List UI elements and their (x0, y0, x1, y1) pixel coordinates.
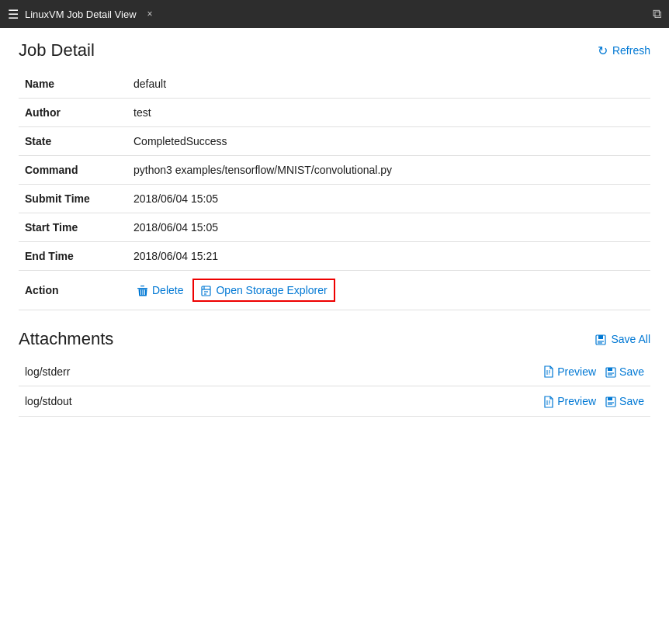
attachments-header: Attachments Save All (19, 329, 650, 349)
close-icon[interactable]: × (147, 9, 153, 19)
attachment-row-stdout: log/stdout (19, 386, 650, 416)
field-value-action: Delete (127, 271, 650, 310)
svg-rect-1 (140, 286, 144, 286)
field-value-state: CompletedSuccess (127, 127, 650, 156)
job-detail-header: Job Detail ↻ Refresh (19, 40, 650, 61)
storage-icon (200, 283, 212, 297)
field-value-submit-time: 2018/06/04 15:05 (127, 185, 650, 213)
preview-stderr-button[interactable]: Preview (543, 365, 596, 378)
field-label-end-time: End Time (19, 242, 127, 271)
action-cell: Delete (133, 279, 644, 302)
svg-rect-0 (137, 288, 147, 289)
field-label-state: State (19, 127, 127, 156)
field-label-command: Command (19, 156, 127, 185)
hamburger-icon[interactable]: ☰ (8, 7, 19, 22)
refresh-button[interactable]: ↻ Refresh (598, 43, 650, 58)
preview-stderr-label: Preview (557, 365, 596, 378)
field-label-submit-time: Submit Time (19, 185, 127, 213)
trash-icon (137, 283, 148, 297)
save-all-icon (594, 332, 607, 345)
attachment-name-stdout: log/stdout (19, 386, 237, 416)
table-row: Author test (19, 99, 650, 127)
save-icon (605, 395, 616, 407)
table-row: State CompletedSuccess (19, 127, 650, 156)
preview-stdout-label: Preview (557, 395, 596, 407)
field-label-name: Name (19, 70, 127, 99)
attachment-actions-stdout: Preview (237, 386, 650, 416)
field-label-action: Action (19, 271, 127, 310)
save-stderr-button[interactable]: Save (605, 365, 644, 378)
refresh-label: Refresh (612, 44, 650, 57)
attachment-table: log/stderr (19, 357, 650, 417)
delete-button[interactable]: Delete (133, 282, 186, 299)
preview-icon (543, 394, 554, 407)
save-all-label: Save All (611, 333, 650, 345)
job-detail-title: Job Detail (19, 40, 95, 61)
field-label-author: Author (19, 99, 127, 127)
window-title: LinuxVM Job Detail View (25, 9, 137, 20)
detail-table: Name default Author test State Completed… (19, 70, 650, 310)
field-value-command: python3 examples/tensorflow/MNIST/convol… (127, 156, 650, 185)
save-stderr-label: Save (619, 365, 644, 378)
save-stdout-label: Save (619, 395, 644, 407)
field-label-start-time: Start Time (19, 213, 127, 242)
attach-actions: Preview (243, 394, 644, 407)
table-row: End Time 2018/06/04 15:21 (19, 242, 650, 271)
open-storage-explorer-button[interactable]: Open Storage Explorer (192, 279, 334, 302)
attach-actions: Preview (243, 365, 644, 378)
refresh-icon: ↻ (598, 43, 608, 58)
field-value-start-time: 2018/06/04 15:05 (127, 213, 650, 242)
preview-icon (543, 365, 554, 378)
title-bar-left: ☰ LinuxVM Job Detail View × (8, 7, 153, 22)
main-content: Job Detail ↻ Refresh Name default Author… (0, 28, 669, 429)
table-row: Name default (19, 70, 650, 99)
svg-rect-22 (608, 397, 612, 400)
attachments-title: Attachments (19, 329, 113, 349)
table-row: Start Time 2018/06/04 15:05 (19, 213, 650, 242)
table-row: Submit Time 2018/06/04 15:05 (19, 185, 650, 213)
field-value-name: default (127, 70, 650, 99)
save-all-button[interactable]: Save All (594, 332, 650, 345)
attachment-actions-stderr: Preview (237, 357, 650, 386)
action-row: Action Delete (19, 271, 650, 310)
save-icon (605, 365, 616, 378)
save-stdout-button[interactable]: Save (605, 395, 644, 407)
attachments-section: Attachments Save All log/stderr (19, 329, 650, 417)
delete-label: Delete (152, 284, 183, 296)
field-value-author: test (127, 99, 650, 127)
title-bar: ☰ LinuxVM Job Detail View × ⧉ (0, 0, 669, 28)
layout-icon[interactable]: ⧉ (653, 7, 661, 21)
attachment-row-stderr: log/stderr (19, 357, 650, 386)
attachment-name-stderr: log/stderr (19, 357, 237, 386)
open-storage-label: Open Storage Explorer (216, 284, 327, 296)
preview-stdout-button[interactable]: Preview (543, 394, 596, 407)
field-value-end-time: 2018/06/04 15:21 (127, 242, 650, 271)
table-row: Command python3 examples/tensorflow/MNIS… (19, 156, 650, 185)
svg-rect-8 (598, 335, 603, 339)
svg-rect-15 (608, 368, 612, 371)
